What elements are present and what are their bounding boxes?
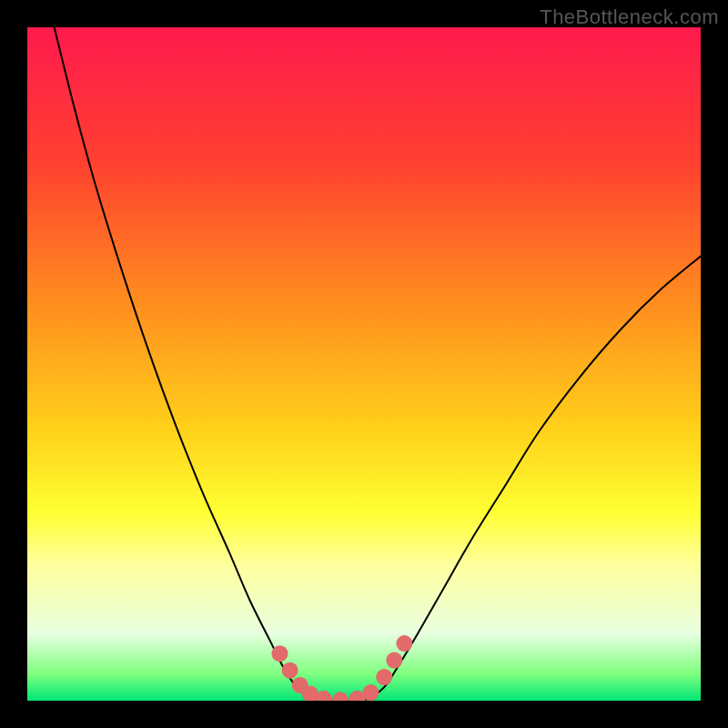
curve-marker — [282, 662, 298, 679]
gradient-background — [27, 27, 701, 701]
curve-marker — [386, 652, 402, 669]
curve-marker — [376, 669, 392, 685]
chart-container: TheBottleneck.com — [0, 0, 728, 728]
watermark-text: TheBottleneck.com — [540, 5, 719, 29]
curve-marker — [272, 645, 288, 662]
curve-marker — [396, 635, 412, 652]
plot-area — [27, 27, 701, 701]
curve-marker — [362, 684, 379, 701]
bottleneck-chart-svg — [27, 27, 701, 701]
